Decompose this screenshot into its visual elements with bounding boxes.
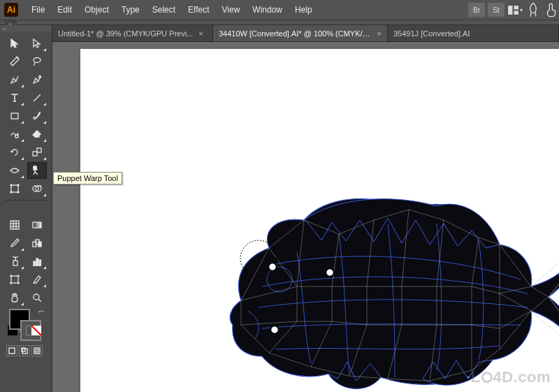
selection-tool[interactable]: [5, 35, 24, 52]
document-tab-3-label: 35491J [Converted].AI: [393, 29, 470, 38]
svg-rect-44: [9, 348, 15, 354]
svg-point-11: [34, 166, 37, 170]
svg-rect-33: [11, 276, 18, 283]
svg-line-5: [34, 94, 41, 101]
scale-tool[interactable]: [27, 144, 47, 161]
rotate-tool[interactable]: [5, 144, 24, 161]
tools-panel-collapse[interactable]: [0, 25, 52, 32]
tools-grid: ⤺: [0, 32, 52, 363]
svg-rect-24: [33, 222, 41, 228]
svg-rect-1: [514, 6, 518, 9]
svg-rect-30: [34, 261, 36, 266]
free-transform-tool[interactable]: [5, 180, 24, 197]
svg-point-48: [36, 349, 38, 352]
shape-builder-tool[interactable]: [27, 180, 47, 197]
app-icon: Ai: [4, 3, 18, 17]
curvature-tool[interactable]: [27, 71, 47, 88]
svg-point-3: [34, 58, 41, 63]
menu-object[interactable]: Object: [78, 5, 115, 15]
svg-point-13: [10, 184, 12, 186]
control-strip: [0, 20, 559, 25]
svg-rect-7: [15, 135, 18, 138]
menu-type[interactable]: Type: [115, 5, 146, 15]
menu-help[interactable]: Help: [289, 5, 319, 15]
touch-icon[interactable]: [544, 3, 559, 17]
svg-point-14: [17, 184, 19, 186]
arrange-documents-icon[interactable]: ▾: [507, 3, 523, 17]
svg-rect-28: [13, 261, 17, 266]
menu-file[interactable]: File: [25, 5, 51, 15]
document-tab-bar: Untitled-1* @ 39% (CMYK/GPU Previ... × 3…: [52, 25, 559, 42]
document-tab-2[interactable]: 34410W [Converted].AI* @ 100% (CMYK/GPU …: [213, 25, 388, 41]
mesh-tool[interactable]: [5, 217, 24, 233]
shaper-tool[interactable]: [5, 126, 24, 143]
magic-wand-tool[interactable]: [5, 53, 24, 70]
column-graph-tool[interactable]: [27, 253, 47, 270]
workspace: ⤺ Untitled-1* @ 39% (CMYK/GPU Previ... ×…: [0, 25, 559, 392]
svg-point-51: [269, 263, 277, 271]
puppet-warp-tool[interactable]: [27, 162, 47, 179]
blend-tool[interactable]: [27, 235, 47, 252]
document-tab-1[interactable]: Untitled-1* @ 39% (CMYK/GPU Previ... ×: [52, 25, 213, 41]
svg-rect-9: [37, 148, 41, 152]
color-none-swatch[interactable]: [31, 326, 41, 335]
gradient-tool[interactable]: [27, 217, 47, 233]
line-segment-tool[interactable]: [27, 89, 47, 106]
svg-rect-0: [508, 6, 512, 15]
menu-window[interactable]: Window: [246, 5, 289, 15]
svg-rect-19: [10, 221, 19, 229]
artwork-fish[interactable]: [192, 182, 559, 392]
svg-rect-2: [514, 10, 518, 14]
slice-tool[interactable]: [27, 271, 47, 288]
watermark: L4D.com: [471, 368, 551, 386]
svg-rect-12: [11, 185, 18, 192]
close-icon[interactable]: ×: [198, 29, 203, 38]
eyedropper-tool[interactable]: [5, 235, 24, 252]
svg-point-52: [326, 269, 334, 277]
zoom-tool[interactable]: [27, 289, 47, 306]
svg-point-53: [271, 326, 279, 334]
svg-rect-46: [22, 348, 25, 351]
close-icon[interactable]: ×: [377, 29, 382, 38]
svg-rect-27: [38, 242, 41, 247]
menu-effect[interactable]: Effect: [182, 5, 215, 15]
svg-point-15: [10, 191, 12, 193]
svg-rect-8: [33, 152, 37, 156]
artboard-tool[interactable]: [5, 271, 24, 288]
draw-screen-mode-row: [5, 345, 47, 361]
canvas-area[interactable]: [52, 42, 559, 392]
tooltip: Puppet Warp Tool: [53, 172, 122, 184]
eraser-tool[interactable]: [27, 126, 47, 143]
svg-rect-31: [36, 259, 38, 266]
document-tab-3[interactable]: 35491J [Converted].AI: [388, 25, 559, 41]
svg-rect-6: [11, 113, 18, 119]
watermark-l: L: [471, 368, 481, 386]
svg-rect-32: [39, 260, 41, 266]
hand-tool[interactable]: [5, 289, 24, 306]
rectangle-tool[interactable]: [5, 108, 24, 124]
draw-inside-icon[interactable]: [31, 345, 43, 356]
watermark-o-icon: [481, 372, 493, 383]
pen-tool[interactable]: [5, 71, 24, 88]
paintbrush-tool[interactable]: [27, 108, 47, 124]
menu-edit[interactable]: Edit: [51, 5, 78, 15]
menu-select[interactable]: Select: [146, 5, 182, 15]
menu-view[interactable]: View: [216, 5, 247, 15]
fill-stroke-swatches[interactable]: ⤺: [5, 307, 47, 341]
bridge-button[interactable]: Br: [468, 3, 485, 17]
document-column: Untitled-1* @ 39% (CMYK/GPU Previ... × 3…: [52, 25, 559, 392]
symbol-sprayer-tool[interactable]: [5, 253, 24, 270]
type-tool[interactable]: [5, 89, 24, 106]
width-tool[interactable]: [5, 162, 24, 179]
lasso-tool[interactable]: [27, 53, 47, 70]
draw-normal-icon[interactable]: [6, 345, 17, 356]
watermark-rest: 4D.com: [493, 368, 551, 386]
stock-button[interactable]: St: [488, 3, 504, 17]
gpu-rocket-icon[interactable]: [525, 3, 541, 17]
menubar: Ai File Edit Object Type Select Effect V…: [0, 0, 559, 20]
direct-selection-tool[interactable]: [27, 35, 47, 52]
swap-fill-stroke-icon[interactable]: ⤺: [38, 307, 44, 315]
document-tab-2-label: 34410W [Converted].AI* @ 100% (CMYK/GPU …: [219, 29, 372, 38]
draw-behind-icon[interactable]: [19, 345, 30, 356]
svg-rect-47: [34, 348, 40, 354]
